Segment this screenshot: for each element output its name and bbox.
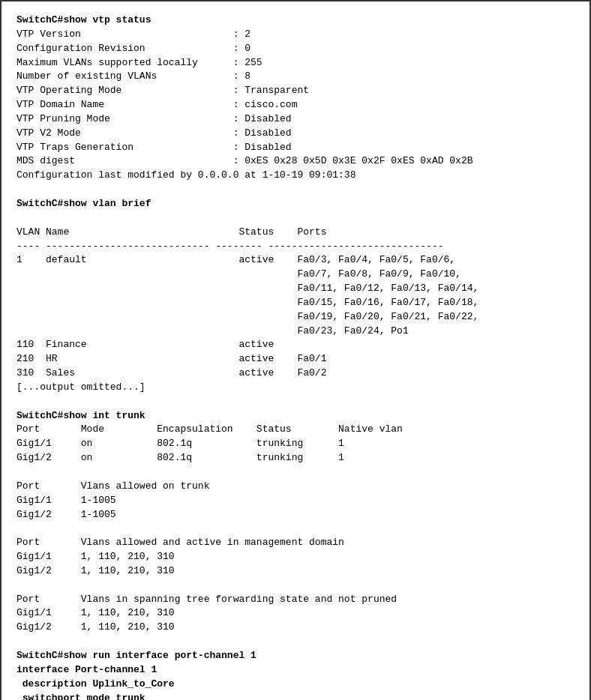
terminal-line: Fa0/23, Fa0/24, Po1 [16,325,409,337]
terminal-line: SwitchC#show run interface port-channel … [16,650,256,661]
terminal-line: SwitchC#show int trunk [16,410,146,421]
terminal-line: Gig1/1 1-1005 [16,495,116,506]
terminal-line: Gig1/2 1, 110, 210, 310 [16,621,175,633]
terminal-line: Port Vlans in spanning tree forwarding s… [16,594,397,605]
terminal-line: VTP Domain Name : cisco.com [16,99,297,110]
terminal-line: Gig1/2 on 802.1q trunking 1 [16,452,344,463]
terminal-line: Number of existing VLANs : 8 [16,70,250,82]
terminal-line: SwitchC#show vlan brief [16,198,151,209]
terminal-line: Gig1/2 1-1005 [16,509,116,520]
terminal-line: VTP V2 Mode : Disabled [16,127,292,139]
terminal-line: Gig1/1 1, 110, 210, 310 [16,551,175,562]
terminal-line: Gig1/1 1, 110, 210, 310 [16,607,175,618]
terminal-line: Configuration Revision : 0 [16,43,250,54]
terminal-line: Configuration last modified by 0.0.0.0 a… [16,169,356,181]
terminal-line: Fa0/7, Fa0/8, Fa0/9, Fa0/10, [16,268,461,280]
terminal-line: VTP Traps Generation : Disabled [16,142,292,153]
terminal-line: VTP Operating Mode : Transparent [16,85,309,96]
terminal-content: SwitchC#show vtp status VTP Version : 2 … [16,13,574,700]
terminal-line: switchport mode trunk [16,693,146,701]
terminal-line: Gig1/1 on 802.1q trunking 1 [16,438,344,449]
terminal-line: ---- ---------------------------- ------… [16,241,444,252]
terminal-line: 110 Finance active [16,339,274,350]
terminal-line: 1 default active Fa0/3, Fa0/4, Fa0/5, Fa… [16,254,455,265]
terminal-line: Fa0/15, Fa0/16, Fa0/17, Fa0/18, [16,297,478,308]
terminal-line: description Uplink_to_Core [16,678,175,690]
terminal-line: Port Vlans allowed and active in managem… [16,537,344,548]
terminal-line: VTP Version : 2 [16,28,250,40]
terminal-line: Port Vlans allowed on trunk [16,480,209,492]
terminal-line: Gig1/2 1, 110, 210, 310 [16,565,175,576]
terminal-line: 310 Sales active Fa0/2 [16,367,326,378]
terminal-line: [...output omitted...] [16,381,146,393]
terminal-line: Maximum VLANs supported locally : 255 [16,57,262,68]
terminal-line: 210 HR active Fa0/1 [16,353,326,364]
terminal-line: VTP Pruning Mode : Disabled [16,113,292,124]
terminal-line: interface Port-channel 1 [16,664,157,675]
terminal-line: SwitchC#show vtp status [16,14,151,25]
terminal-window: SwitchC#show vtp status VTP Version : 2 … [0,0,591,700]
terminal-line: Port Mode Encapsulation Status Native vl… [16,423,403,435]
terminal-line: VLAN Name Status Ports [16,226,326,238]
terminal-line: Fa0/11, Fa0/12, Fa0/13, Fa0/14, [16,283,478,294]
terminal-line: Fa0/19, Fa0/20, Fa0/21, Fa0/22, [16,311,478,322]
terminal-line: MDS digest : 0xES 0x28 0x5D 0x3E 0x2F 0x… [16,155,473,166]
